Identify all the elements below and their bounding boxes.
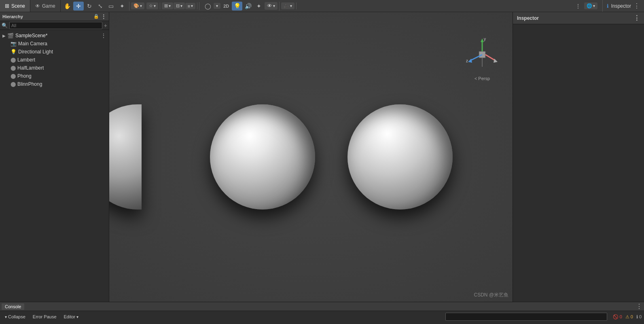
toolbar-right: ⋮ 🌐▾ [573, 2, 601, 11]
console-tab-bar: Console ⋮ [0, 302, 644, 311]
inspector-tab-label: Inspector [611, 3, 631, 9]
console-badges: 🚫 0 ⚠ 0 ℹ 0 [613, 314, 642, 320]
hierarchy-item-halflambert[interactable]: ⬤ HalfLambert [0, 64, 109, 72]
scene-kebab[interactable]: ⋮ [101, 32, 106, 39]
transform-tools: ✋ ✛ ↻ ⤡ ▭ ✦ [61, 2, 129, 11]
tab-console[interactable]: Console [2, 303, 24, 310]
rect-tool[interactable]: ▭ [106, 2, 117, 11]
hierarchy-item-phong[interactable]: ⬤ Phong [0, 72, 109, 80]
hierarchy-header: Hierarchy 🔒 ⋮ [0, 12, 109, 21]
scene-gizmo: y z < Persp [464, 36, 500, 81]
inspector-header: Inspector ⋮ [513, 12, 644, 24]
fx-toggle[interactable]: ✦ [254, 2, 264, 11]
lambert-label: Lambert [17, 57, 35, 63]
visibility-dropdown[interactable]: 👁▾ [265, 2, 278, 10]
tab-game[interactable]: 👁 Game [30, 0, 61, 12]
game-eye-icon: 👁 [35, 3, 40, 9]
warn-badge: ⚠ 0 [625, 314, 633, 320]
2d-toggle[interactable]: 2D [221, 4, 231, 8]
error-count: 0 [620, 314, 622, 319]
svg-text:y: y [484, 37, 486, 41]
phong-label: Phong [17, 73, 32, 79]
sphere-partial [109, 104, 142, 210]
inspector-tab[interactable]: ℹ Inspector ⋮ [602, 0, 644, 12]
transform-tool[interactable]: ✦ [117, 2, 127, 11]
blinnphong-label: BlinnPhong [17, 81, 42, 87]
inspector-body [513, 24, 644, 31]
hierarchy-item-main-camera[interactable]: 📷 Main Camera [0, 40, 109, 48]
scene-grid-icon: ⊞ [5, 3, 9, 9]
tab-scene[interactable]: ⊞ Scene [0, 0, 30, 12]
scene-arrow-icon: ▶ [2, 34, 6, 38]
render-mode-dropdown[interactable]: 🎨▾ [131, 2, 144, 9]
hand-tool[interactable]: ✋ [62, 2, 73, 11]
sphere-right[interactable] [347, 104, 453, 210]
scene-canvas: y z < Persp [109, 12, 513, 302]
hierarchy-search-bar: 🔍 + [0, 21, 109, 30]
main-camera-label: Main Camera [18, 41, 47, 47]
sphere-left[interactable] [210, 104, 315, 210]
svg-marker-2 [481, 38, 484, 42]
hierarchy-lock-icon: 🔒 [93, 14, 99, 19]
main-area: Hierarchy 🔒 ⋮ 🔍 + ▶ 🎬 SampleScene* ⋮ 📷 [0, 12, 644, 302]
grid-snap-dropdown[interactable]: ⊞▾ [162, 2, 173, 9]
scene-root[interactable]: ▶ 🎬 SampleScene* ⋮ [0, 32, 109, 40]
rotate-tool[interactable]: ↻ [84, 2, 95, 11]
bottom-panel: Console ⋮ ▾ Collapse Error Pause Editor … [0, 302, 644, 324]
top-toolbar: ⊞ Scene 👁 Game ✋ ✛ ↻ ⤡ ▭ ✦ 🎨▾ ☆▾ ⊞▾ ⊟▾ [0, 0, 644, 12]
inspector-kebab[interactable]: ⋮ [633, 2, 640, 10]
toolbar-more[interactable]: ⋮ [573, 2, 583, 11]
svg-line-7 [485, 55, 496, 61]
inspector-title: Inspector [517, 15, 539, 21]
view-tools: ◯ ▾ 2D 💡 🔊 ✦ 👁▾ [201, 2, 280, 11]
hierarchy-create-icon[interactable]: + [104, 22, 107, 29]
camera-icon: 📷 [11, 41, 17, 47]
camera-dropdown[interactable]: 🎥▾ [281, 2, 294, 9]
snap-dropdown[interactable]: ⊟▾ [174, 2, 185, 9]
info-badge: ℹ 0 [636, 314, 642, 320]
audio-toggle[interactable]: 🔊 [243, 2, 253, 11]
svg-text:z: z [466, 59, 468, 63]
light-icon: 💡 [11, 49, 17, 55]
effect-dropdown[interactable]: ☆▾ [146, 2, 158, 9]
scale-tool[interactable]: ⤡ [95, 2, 106, 11]
hierarchy-search-icon: 🔍 [2, 23, 8, 28]
sphere-icon-lambert: ⬤ [11, 57, 16, 63]
hierarchy-title: Hierarchy [2, 14, 23, 19]
console-search-input[interactable] [445, 313, 607, 321]
spheres-container [109, 12, 513, 302]
sphere-icon-halflambert: ⬤ [11, 65, 16, 71]
scene-icon: 🎬 [7, 33, 14, 39]
account-dropdown[interactable]: 🌐▾ [584, 2, 597, 9]
sphere-half-visible [109, 104, 142, 210]
pivot-dropdown[interactable]: ▾ [214, 3, 220, 9]
inspector-menu-icon[interactable]: ⋮ [633, 14, 640, 22]
console-kebab[interactable]: ⋮ [636, 303, 642, 310]
gizmo-svg: y z [464, 36, 500, 73]
gizmos-dropdown[interactable]: ≡▾ [185, 3, 195, 9]
pivot-toggle[interactable]: ◯ [203, 2, 213, 11]
scene-view[interactable]: y z < Persp CSDN @米艺鱼 [109, 12, 513, 302]
editor-dropdown-icon: ▾ [76, 315, 78, 319]
error-pause-btn[interactable]: Error Pause [30, 313, 59, 320]
svg-marker-5 [468, 59, 472, 63]
warn-icon: ⚠ [625, 314, 629, 320]
watermark: CSDN @米艺鱼 [474, 292, 508, 299]
hierarchy-panel: Hierarchy 🔒 ⋮ 🔍 + ▶ 🎬 SampleScene* ⋮ 📷 [0, 12, 109, 302]
camera-tools: 🎥▾ [280, 2, 297, 9]
info-count: 0 [639, 314, 642, 319]
collapse-arrow-icon: ▾ [5, 315, 7, 319]
move-tool[interactable]: ✛ [73, 2, 84, 11]
hierarchy-item-directional-light[interactable]: 💡 Directional Light [0, 48, 109, 56]
tab-group: ⊞ Scene 👁 Game [0, 0, 61, 12]
hierarchy-item-blinnphong[interactable]: ⬤ BlinnPhong [0, 80, 109, 88]
collapse-btn[interactable]: ▾ Collapse [2, 313, 28, 320]
info-badge-icon: ℹ [636, 314, 638, 320]
hierarchy-search-input[interactable] [9, 22, 102, 29]
directional-light-label: Directional Light [18, 49, 53, 55]
hierarchy-item-lambert[interactable]: ⬤ Lambert [0, 56, 109, 64]
light-toggle[interactable]: 💡 [232, 2, 242, 11]
editor-dropdown[interactable]: Editor ▾ [61, 313, 81, 320]
hierarchy-kebab[interactable]: ⋮ [101, 13, 106, 20]
halflambert-label: HalfLambert [17, 65, 44, 71]
